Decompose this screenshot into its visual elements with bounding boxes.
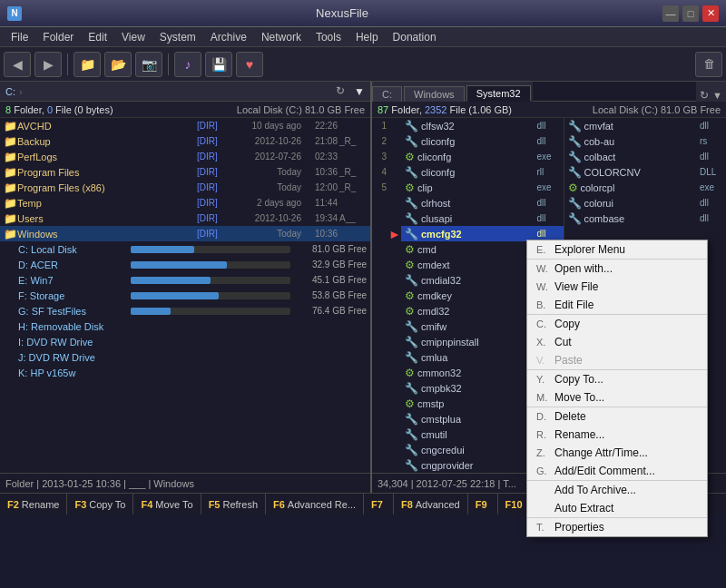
f9-button[interactable]: F9 [468,494,498,514]
ctx-change-attr[interactable]: Z. Change Attr/Time... [527,444,707,462]
file-name: cmpbk32 [421,383,537,394]
menu-folder[interactable]: Folder [35,29,81,45]
menu-view[interactable]: View [114,29,152,45]
file-name: cmdl32 [417,306,537,317]
ctx-properties[interactable]: T. Properties [527,518,707,536]
ctx-add-comment[interactable]: G. Add/Edit Comment... [527,462,707,481]
f7-button[interactable]: F7 [364,494,394,514]
file-name: cmvfat [584,121,701,132]
left-path-breadcrumb: C: › [5,86,23,97]
ctx-edit-file[interactable]: B. Edit File [527,296,707,315]
f8-advanced-button[interactable]: F8 Advanced [394,494,468,514]
menu-edit[interactable]: Edit [81,29,114,45]
drive-item[interactable]: C: Local Disk 81.0 GB Free [0,241,370,257]
list-item[interactable]: 🔧 COLORCNV DLL [564,164,727,180]
close-button[interactable]: ✕ [702,5,719,22]
left-dropdown-icon[interactable]: ▼ [354,85,365,98]
menu-file[interactable]: File [4,29,35,45]
menu-network[interactable]: Network [254,29,309,45]
file-name: cob-au [584,136,701,147]
app-title: NexusFile [22,6,662,20]
ctx-explorer-menu[interactable]: E. Explorer Menu [527,240,707,260]
list-item[interactable]: 📁 Windows [DIR] Today 10:36 [0,226,370,241]
left-path-root[interactable]: C: [5,86,15,97]
ctx-copy-to[interactable]: Y. Copy To... [527,370,707,388]
menu-donation[interactable]: Donation [386,29,444,45]
context-menu: E. Explorer Menu W. Open with... W. View… [526,240,708,537]
list-item[interactable]: ⚙ clip exe [401,180,564,195]
f3-copyto-button[interactable]: F3 Copy To [67,494,133,514]
music-button[interactable]: ♪ [174,52,201,77]
menu-archive[interactable]: Archive [203,29,254,45]
heart-button[interactable]: ♥ [236,52,263,77]
ctx-add-archive[interactable]: Add To Archive... [527,481,707,499]
folder-button[interactable]: 📁 [74,52,101,77]
list-item[interactable]: 📁 Backup [DIR] 2012-10-26 21:08 _R_ [0,133,370,149]
ctx-paste[interactable]: V. Paste [527,351,707,370]
drive-item[interactable]: F: Storage 53.8 GB Free [0,288,370,303]
ctx-cut[interactable]: X. Cut [527,333,707,351]
ctx-rename[interactable]: R. Rename... [527,426,707,444]
file-name: cmcfg32 [421,229,537,240]
list-item[interactable]: 🔧 clrhost dll [401,195,564,211]
list-item[interactable]: 🔧 cob-au rs [564,133,727,149]
f4-moveto-button[interactable]: F4 Move To [133,494,201,514]
menu-tools[interactable]: Tools [309,29,348,45]
list-item[interactable]: 📁 Temp [DIR] 2 days ago 11:44 [0,195,370,211]
new-folder-button[interactable]: 📂 [104,52,132,77]
list-item[interactable]: 📁 PerfLogs [DIR] 2012-07-26 02:33 [0,149,370,164]
drive-item[interactable]: G: SF TestFiles 76.4 GB Free [0,303,370,318]
tab-system32[interactable]: System32 [466,85,531,102]
right-dropdown-icon[interactable]: ▼ [712,90,722,101]
list-item[interactable]: 🔧 colbact dll [564,149,727,164]
right-refresh-icon[interactable]: ↻ [700,89,709,102]
tab-c[interactable]: C: [372,86,402,102]
ctx-auto-extract[interactable]: Auto Extract [527,499,707,518]
ctx-copy[interactable]: C. Copy [527,315,707,333]
file-name: cmmon32 [417,368,537,378]
list-item[interactable]: 🔧 clfsw32 dll [401,118,564,133]
ctx-view-file[interactable]: W. View File [527,278,707,296]
left-refresh-icon[interactable]: ↻ [336,84,350,99]
drive-item[interactable]: H: Removable Disk [0,318,370,334]
list-item[interactable]: 📁 Users [DIR] 2012-10-26 19:34 A__ [0,211,370,226]
list-item[interactable]: 📁 AVCHD [DIR] 10 days ago 22:26 [0,118,370,133]
list-item[interactable]: 🔧 cliconfg dll [401,133,564,149]
drive-item[interactable]: E: Win7 45.1 GB Free [0,272,370,288]
ctx-delete[interactable]: D. Delete [527,407,707,426]
trash-button[interactable]: 🗑 [695,52,722,77]
left-status-text: Folder | 2013-01-25 10:36 | ___ | Window… [5,478,194,489]
drive-item[interactable]: J: DVD RW Drive [0,349,370,365]
list-item[interactable]: 🔧 colorui dll [564,195,727,211]
menu-system[interactable]: System [152,29,203,45]
f5-refresh-button[interactable]: F5 Refresh [201,494,266,514]
ctx-move-to[interactable]: M. Move To... [527,388,707,407]
minimize-button[interactable]: — [662,5,679,22]
list-item[interactable]: 🔧 cmvfat dll [564,118,727,133]
file-name: cngcredui [421,445,537,456]
ctx-open-with[interactable]: W. Open with... [527,260,707,278]
list-item[interactable]: ⚙ colorcpl exe [564,180,727,195]
drive-item[interactable]: K: HP v165w [0,365,370,380]
list-item[interactable]: 📁 Program Files (x86) [DIR] Today 12:00 … [0,180,370,195]
tab-windows[interactable]: Windows [404,86,465,102]
list-item[interactable]: ⚙ cliconfg exe [401,149,564,164]
folder-icon: 📁 [4,197,17,210]
back-button[interactable]: ◀ [4,52,31,77]
screenshot-button[interactable]: 📷 [135,52,162,77]
f2-rename-button[interactable]: F2 Rename [0,494,67,514]
drive-item[interactable]: I: DVD RW Drive [0,334,370,349]
disk-button[interactable]: 💾 [205,52,232,77]
f6-advanced-button[interactable]: F6 Advanced Re... [266,494,364,514]
forward-button[interactable]: ▶ [34,52,62,77]
list-item[interactable]: 🔧 combase dll [564,211,727,226]
list-item[interactable]: 📁 Program Files [DIR] Today 10:36 _R_ [0,164,370,180]
menu-help[interactable]: Help [348,29,386,45]
list-item[interactable]: 🔧 clusapi dll [401,211,564,226]
toolbar-separator-1 [67,54,68,75]
list-item[interactable]: 🔧 cliconfg rll [401,164,564,180]
maximize-button[interactable]: □ [682,5,699,22]
app-icon: N [7,6,22,21]
right-status-text: 34,304 | 2012-07-25 22:18 | T... [378,478,516,489]
drive-item[interactable]: D: ACER 32.9 GB Free [0,257,370,272]
